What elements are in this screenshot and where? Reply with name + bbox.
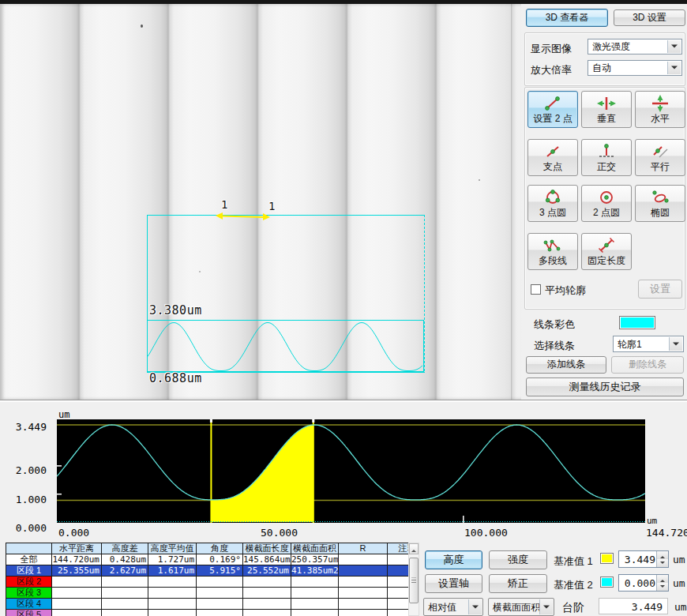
fulcrum-icon	[528, 141, 577, 162]
average-profile-set-button[interactable]: 设置	[638, 280, 682, 299]
y-axis-unit-label: um	[58, 409, 69, 420]
column-header	[6, 543, 52, 554]
line-color-swatch[interactable]	[619, 316, 655, 329]
measure-point-1-label[interactable]: 1	[221, 198, 227, 211]
column-header: 横截面面积	[291, 543, 339, 554]
line-color-label: 线条彩色	[534, 317, 575, 332]
ref1-spinner[interactable]: 3.449	[618, 550, 669, 568]
table-row[interactable]: 全部144.720um0.428um1.727um0.169°145.864um…	[6, 554, 408, 565]
table-cell	[148, 588, 197, 599]
table-cell	[291, 599, 339, 610]
vertical-icon	[582, 93, 631, 114]
row-label: 区段 4	[6, 599, 52, 610]
correct-button[interactable]: 矫正	[489, 574, 547, 593]
table-cell	[52, 599, 102, 610]
table-cell: 144.720um	[52, 554, 102, 565]
tool-fixed-length-button[interactable]: 固定长度	[581, 233, 632, 270]
tool-grid: 设置 2 点 垂直 水平 支点 正交 平行 3 点圆 2 点圆 椭圆 多段线	[521, 4, 687, 312]
column-header: 横截面长度	[243, 543, 291, 554]
orthogonal-icon	[582, 141, 631, 162]
x-axis-unit-label: um	[647, 516, 657, 526]
spin-down-icon[interactable]	[657, 559, 668, 567]
tool-horizontal-button[interactable]: 水平	[635, 91, 685, 128]
row-label: 全部	[6, 554, 52, 565]
ellipse-icon	[636, 187, 685, 208]
column-header: 角度	[197, 543, 243, 554]
chevron-down-icon[interactable]	[539, 599, 553, 614]
right-panel: 3D 查看器 3D 设置 显示图像 激光强度 放大倍率 自动 设置 2 点 垂直…	[521, 4, 687, 400]
fixed-length-icon	[582, 235, 631, 256]
dust-speck	[479, 179, 480, 181]
profile-plot[interactable]	[57, 419, 645, 523]
y-tick-label: 2.000	[0, 464, 47, 476]
tool-ellipse-button[interactable]: 椭圆	[635, 185, 685, 222]
ref2-color-swatch[interactable]	[600, 577, 614, 588]
tool-vertical-button[interactable]: 垂直	[581, 91, 632, 128]
tool-circle-3pt-button[interactable]: 3 点圆	[527, 185, 578, 222]
table-cell	[291, 588, 339, 599]
tool-fulcrum-button[interactable]: 支点	[527, 139, 578, 176]
measure-region-rect-right-edge[interactable]	[424, 215, 425, 371]
polyline-icon	[528, 235, 577, 256]
y-tick-label: 0.000	[0, 522, 47, 534]
column-header: 高度平均值	[148, 543, 197, 554]
two-point-icon	[528, 93, 577, 114]
table-cell: 25.355um	[52, 565, 102, 577]
spin-down-icon[interactable]	[657, 583, 668, 591]
table-cell	[197, 577, 243, 588]
select-line-label: 选择线条	[534, 339, 575, 353]
step-label: 台阶	[562, 601, 584, 615]
tool-circle-2pt-button[interactable]: 2 点圆	[581, 185, 632, 222]
table-row[interactable]: 区段 3	[6, 588, 408, 599]
table-cell	[339, 610, 388, 616]
scrollbar-thumb[interactable]	[409, 558, 419, 603]
row-label: 区段 5	[6, 610, 52, 616]
dust-speck	[141, 24, 143, 28]
column-header: 注释	[388, 543, 408, 554]
select-line-dropdown[interactable]: 轮廓1	[613, 336, 684, 352]
tool-parallel-button[interactable]: 平行	[635, 139, 685, 176]
table-row[interactable]: 区段 2	[6, 577, 408, 588]
table-cell	[388, 577, 408, 588]
table-cell	[52, 610, 102, 616]
table-scrollbar[interactable]	[408, 543, 419, 616]
table-row[interactable]: 区段 5	[6, 610, 408, 616]
relative-value-dropdown[interactable]: 相对值	[423, 598, 483, 616]
add-line-button[interactable]: 添加线条	[526, 356, 606, 374]
table-cell: 1.727um	[148, 554, 197, 565]
table-cell	[339, 577, 388, 588]
ref1-color-swatch[interactable]	[600, 553, 614, 564]
x-tick-label: 100.000	[464, 527, 508, 539]
table-cell	[388, 599, 408, 610]
table-row[interactable]: 区段 4	[6, 599, 408, 610]
ref2-spinner[interactable]: 0.000	[618, 574, 669, 592]
profile-max-label: 3.380um	[149, 303, 202, 317]
chevron-down-icon[interactable]	[669, 337, 682, 351]
tool-orthogonal-button[interactable]: 正交	[581, 139, 632, 176]
row-label: 区段 2	[6, 577, 52, 588]
chevron-down-icon[interactable]	[468, 599, 482, 614]
delete-line-button[interactable]: 删除线条	[611, 356, 684, 374]
set-axis-button[interactable]: 设置轴	[425, 574, 482, 593]
y-tick-label: 3.449	[0, 421, 47, 433]
laser-image-view[interactable]: 1 1 3.380um 0.688um	[0, 4, 521, 400]
height-mode-button[interactable]: 高度	[425, 550, 482, 569]
x-tick-label: 144.720	[646, 527, 687, 539]
table-cell	[339, 588, 388, 599]
tool-two-point-button[interactable]: 设置 2 点	[527, 91, 578, 128]
column-header: R	[339, 543, 388, 554]
measure-line-history-button[interactable]: 测量线历史记录	[526, 377, 684, 396]
circle-2pt-icon	[582, 187, 631, 208]
measure-point-2-label[interactable]: 1	[268, 200, 275, 212]
intensity-mode-button[interactable]: 强度	[489, 550, 547, 569]
average-profile-checkbox[interactable]	[531, 284, 541, 295]
table-cell: 41.385um2	[291, 565, 339, 577]
tool-polyline-button[interactable]: 多段线	[527, 233, 578, 270]
table-cell	[388, 554, 408, 565]
scrollbar-up-arrow[interactable]	[409, 543, 419, 554]
cross-section-area-dropdown[interactable]: 横截面面积	[488, 598, 554, 616]
ref1-unit: um	[673, 554, 685, 565]
table-row[interactable]: 区段 125.355um2.627um1.617um5.915°25.552um…	[6, 565, 408, 577]
table-cell	[102, 588, 148, 599]
row-label: 区段 3	[6, 588, 52, 599]
